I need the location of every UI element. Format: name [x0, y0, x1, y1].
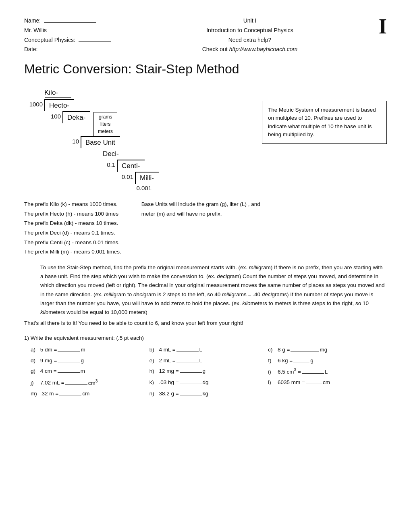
course-label: Conceptual Physics: — [24, 37, 75, 43]
blank-a[interactable] — [58, 351, 80, 351]
exercise-m: m) .32 m = cm — [31, 389, 149, 399]
grams-line: grams — [98, 113, 113, 121]
unit-label: Unit I — [137, 16, 363, 26]
blank-i[interactable] — [302, 373, 324, 374]
blank-n[interactable] — [180, 395, 202, 395]
stair-deka: 100 Deka- grams liters meters — [42, 111, 226, 136]
milli-label: Milli- — [135, 172, 159, 184]
blank-f[interactable] — [293, 362, 309, 362]
exercise-n: n) 38.2 g = kg — [149, 389, 268, 399]
date-line: Date: — [24, 45, 137, 54]
exercise-i: i) 6.5 cm3 = L — [268, 366, 387, 377]
stair-centi: 0.1 Centi- — [97, 160, 226, 172]
kilo-row: Kilo- — [44, 89, 226, 97]
base-num: 10 — [60, 136, 81, 145]
liters-line: liters — [98, 121, 113, 128]
exercise-k: k) .03 hg = dg — [149, 378, 268, 388]
course-center: Introduction to Conceptual Physics — [137, 26, 363, 35]
deka-num: 100 — [42, 111, 62, 120]
blank-m[interactable] — [59, 395, 81, 395]
closing-sentence: That's all there is to it! You need to b… — [24, 319, 387, 328]
exercise-h: h) 12 mg = g — [149, 366, 268, 377]
stair-section: Kilo- 1000 Hecto- 100 Deka- grams liters… — [24, 89, 387, 191]
exercise-placeholder — [268, 389, 387, 399]
exercise-e: e) 2 mL = L — [149, 356, 268, 366]
help-label: Need extra help? — [137, 35, 363, 45]
hecto-label: Hecto- — [44, 99, 74, 111]
header: Name: Mr. Willis Conceptual Physics: Dat… — [24, 16, 387, 54]
stair-hecto: 1000 Hecto- — [24, 99, 226, 111]
blank-j[interactable] — [65, 384, 87, 384]
deci-label: Deci- — [99, 148, 119, 160]
name-line: Name: — [24, 16, 137, 26]
exercise-l: l) 6035 mm = cm — [268, 378, 387, 388]
prefix-kilo: The prefix Kilo (k) - means 1000 times. — [24, 200, 121, 209]
exercises-section: 1) Write the equivalent measurement: (.5… — [24, 333, 387, 399]
kilo-underline — [45, 97, 71, 98]
blank-l[interactable] — [306, 384, 322, 384]
teacher-label: Mr. Willis — [24, 27, 47, 33]
meters-line: meters — [98, 128, 113, 135]
prefix-milli: The prefix Milli (m) - means 0.001 times… — [24, 247, 121, 257]
prefix-deci: The prefix Deci (d) - means 0.1 times. — [24, 228, 121, 238]
stair-base: 10 Base Unit — [60, 136, 226, 148]
exercise-grid: a) 5 dm = m b) 4 mL = L c) 8 g = mg d) 9… — [31, 345, 387, 398]
exercise-j: j) 7.02 mL = cm3 — [31, 378, 149, 388]
unit-letter: I — [363, 16, 387, 37]
exercise-b: b) 4 mL = L — [149, 345, 268, 355]
website-url: http://www.bayhicoach.com — [229, 46, 298, 52]
paragraph-section: To use the Stair-Step method, find the p… — [24, 263, 387, 328]
base-units-text: Base Units will include the gram (g), li… — [141, 200, 270, 257]
header-center: Unit I Introduction to Conceptual Physic… — [137, 16, 363, 54]
course-field — [79, 42, 111, 42]
prefix-deka: The prefix Deka (dk) - means 10 times. — [24, 218, 121, 228]
milli-num: 0.01 — [115, 172, 135, 180]
deka-label: Deka- — [62, 111, 90, 123]
blank-c[interactable] — [291, 351, 319, 351]
blank-k[interactable] — [180, 384, 202, 384]
exercise-c: c) 8 g = mg — [268, 345, 387, 355]
prefix-hecto: The prefix Hecto (h) - means 100 times — [24, 209, 121, 219]
date-label: Date: — [24, 46, 37, 52]
blank-d[interactable] — [58, 362, 80, 362]
paragraph-text: To use the Stair-Step method, find the p… — [24, 263, 387, 317]
stair-container: Kilo- 1000 Hecto- 100 Deka- grams liters… — [24, 89, 226, 191]
stair-milli: 0.01 Milli- — [115, 172, 226, 184]
header-right: I — [363, 16, 387, 37]
date-field — [41, 51, 69, 51]
centi-num: 0.1 — [97, 160, 117, 168]
prefix-section: The prefix Kilo (k) - means 1000 times. … — [24, 200, 387, 257]
stair-bottom: 0.001 — [133, 184, 226, 191]
website-label: Check out — [202, 46, 228, 52]
info-box: The Metric System of measurement is base… — [262, 101, 387, 144]
exercise-f: f) 6 kg = g — [268, 356, 387, 366]
teacher-line: Mr. Willis — [24, 26, 137, 35]
kilo-label: Kilo- — [44, 89, 58, 96]
bottom-num: 0.001 — [133, 184, 153, 191]
course-line: Conceptual Physics: — [24, 35, 137, 45]
centi-label: Centi- — [117, 160, 145, 172]
exercise-g: g) 4 cm = m — [31, 366, 149, 377]
hecto-num: 1000 — [24, 99, 44, 108]
prefix-centi: The prefix Centi (c) - means 0.01 times. — [24, 238, 121, 247]
blank-b[interactable] — [176, 351, 199, 351]
stair-deci: Deci- — [79, 148, 226, 160]
base-label: Base Unit — [81, 136, 120, 148]
blank-h[interactable] — [180, 372, 202, 373]
blank-e[interactable] — [176, 362, 199, 362]
blank-g[interactable] — [58, 372, 80, 373]
page-title: Metric Conversion: Stair-Step Method — [24, 62, 387, 77]
grams-box: grams liters meters — [93, 112, 117, 136]
exercise-a: a) 5 dm = m — [31, 345, 149, 355]
website-line: Check out http://www.bayhicoach.com — [137, 45, 363, 54]
name-field — [44, 22, 96, 23]
exercise-title: 1) Write the equivalent measurement: (.5… — [24, 333, 387, 343]
name-label: Name: — [24, 17, 41, 24]
exercise-d: d) 9 mg = g — [31, 356, 149, 366]
prefix-list: The prefix Kilo (k) - means 1000 times. … — [24, 200, 121, 257]
header-left: Name: Mr. Willis Conceptual Physics: Dat… — [24, 16, 137, 54]
deci-num — [79, 148, 99, 150]
